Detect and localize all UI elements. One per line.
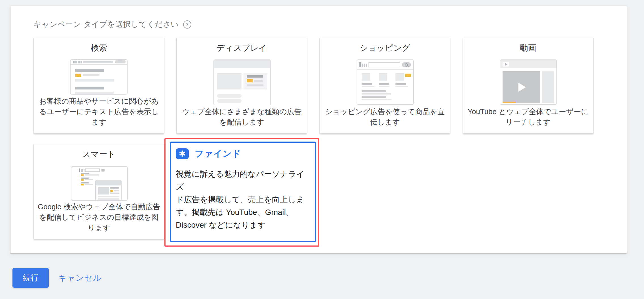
play-icon <box>505 63 507 66</box>
search-input <box>85 168 100 172</box>
placeholder-pill <box>217 99 242 103</box>
discovery-asterisk-icon: ✱ <box>176 148 189 159</box>
placeholder-bar <box>98 196 119 197</box>
card-title: 動画 <box>463 42 593 54</box>
smart-campaign-illustration <box>71 166 128 201</box>
ad-badge <box>247 79 253 82</box>
placeholder-bar <box>75 92 114 94</box>
placeholder-bar <box>83 74 99 76</box>
discovery-card-header: ✱ ファインド <box>176 148 241 160</box>
product-thumbnail <box>379 73 387 81</box>
logo-bar <box>364 64 365 67</box>
card-title: ファインド <box>195 148 241 160</box>
panel-header: キャンペーン タイプを選択してください ? <box>33 19 191 29</box>
campaign-card-shopping[interactable]: ショッピング ショッピング広告を使って商品を宣 伝します <box>319 38 450 134</box>
ad-badge <box>81 179 84 181</box>
placeholder-bar <box>247 75 263 78</box>
placeholder-bar <box>362 96 386 98</box>
content-block <box>98 187 109 195</box>
search-campaign-illustration <box>70 59 128 95</box>
continue-button[interactable]: 続行 <box>12 268 49 288</box>
page-header-band <box>214 60 270 68</box>
video-campaign-illustration <box>500 59 557 105</box>
placeholder-bar <box>379 86 389 87</box>
placeholder-bar <box>85 184 93 185</box>
placeholder-bar <box>75 79 114 82</box>
card-description: ウェブ全体にさまざまな種類の広告 を配信します <box>180 106 304 127</box>
browser-dot <box>80 61 82 63</box>
placeholder-bar <box>379 83 389 85</box>
placeholder-bar <box>98 198 119 200</box>
progress-bar <box>503 102 516 103</box>
placeholder-pill <box>217 94 242 98</box>
placeholder-bar <box>110 187 119 189</box>
logo-bar <box>359 62 361 67</box>
help-icon[interactable]: ? <box>183 20 191 29</box>
product-thumbnail <box>395 73 404 81</box>
placeholder-bar <box>395 86 408 87</box>
logo-bar <box>84 169 84 172</box>
browser-dot <box>78 61 80 63</box>
card-description: 視覚に訴える魅力的なパーソナライズ ド広告を掲載して、売上を向上しま す。掲載先… <box>176 168 311 231</box>
page-title: キャンペーン タイプを選択してください <box>33 19 179 29</box>
logo-bar <box>362 64 363 67</box>
divider <box>357 69 413 70</box>
search-magnifier-icon <box>102 169 104 171</box>
campaign-card-display[interactable]: ディスプレイ ウェブ全体にさまざまな種類の広告 を配信します <box>176 38 307 134</box>
divider <box>71 64 127 65</box>
ad-badge <box>75 74 81 77</box>
logo-bar <box>82 169 83 172</box>
card-description: お客様の商品やサービスに関心があ るユーザーにテキスト広告を表示し ます <box>37 96 161 127</box>
search-magnifier-icon <box>405 63 408 67</box>
browser-search-pill <box>115 60 126 63</box>
campaign-card-search[interactable]: 検索 お客様の商品やサービスに関心があ るユーザーにテキスト広告を表示し ます <box>33 38 164 134</box>
ad-badge <box>405 74 411 77</box>
placeholder-bar <box>362 93 391 95</box>
placeholder-bar <box>362 83 372 85</box>
play-icon <box>518 83 526 92</box>
card-description: YouTube とウェブ全体でユーザーに リーチします <box>466 106 590 127</box>
card-title: 検索 <box>34 42 164 54</box>
placeholder-bar <box>247 84 263 86</box>
logo-bar <box>79 168 80 172</box>
placeholder-bar <box>362 99 391 100</box>
placeholder-bar <box>254 80 263 82</box>
result-title-bar <box>81 178 89 179</box>
placeholder-bar <box>85 174 99 176</box>
result-title-bar <box>81 173 89 174</box>
placeholder-bar <box>362 90 386 92</box>
campaign-type-panel: キャンペーン タイプを選択してください ? 検索 お客様の商品やサービスに関心が… <box>10 6 627 253</box>
campaign-card-smart[interactable]: スマート Google <box>33 144 164 240</box>
card-description: ショッピング広告を使って商品を宣 伝します <box>323 106 447 127</box>
placeholder-bar <box>75 87 104 89</box>
browser-dot <box>75 61 77 63</box>
ad-badge <box>110 190 113 192</box>
sidebar-block <box>542 71 554 103</box>
ad-badge <box>81 184 84 185</box>
campaign-card-discovery[interactable]: ✱ ファインド 視覚に訴える魅力的なパーソナライズ ド広告を掲載して、売上を向上… <box>170 142 316 242</box>
shopping-campaign-illustration <box>357 59 414 105</box>
ad-badge <box>81 174 84 176</box>
card-title: ショッピング <box>320 42 450 54</box>
placeholder-bar <box>75 69 104 72</box>
browser-address-bar <box>83 61 113 63</box>
placeholder-bar <box>395 83 406 85</box>
placeholder-bar <box>85 179 93 180</box>
result-title-bar <box>81 182 89 183</box>
placeholder-bar <box>110 193 119 194</box>
cancel-link[interactable]: キャンセル <box>58 268 101 288</box>
placeholder-bar <box>362 86 374 87</box>
display-campaign-illustration <box>213 59 271 105</box>
campaign-card-video[interactable]: 動画 YouTube とウェブ全体でユーザーに リーチします <box>463 38 594 134</box>
search-input <box>368 62 400 67</box>
card-description: Google 検索やウェブ全体で自動広告 を配信してビジネスの目標達成を図 りま… <box>37 202 161 233</box>
browser-dot <box>73 61 75 63</box>
card-title: ディスプレイ <box>177 42 307 54</box>
logo-bar <box>81 169 82 172</box>
content-block <box>217 73 242 89</box>
logo-bar <box>366 64 367 67</box>
product-thumbnail <box>362 73 370 81</box>
page-header-band <box>96 181 121 185</box>
card-title: スマート <box>34 149 164 160</box>
placeholder-bar <box>114 190 119 191</box>
